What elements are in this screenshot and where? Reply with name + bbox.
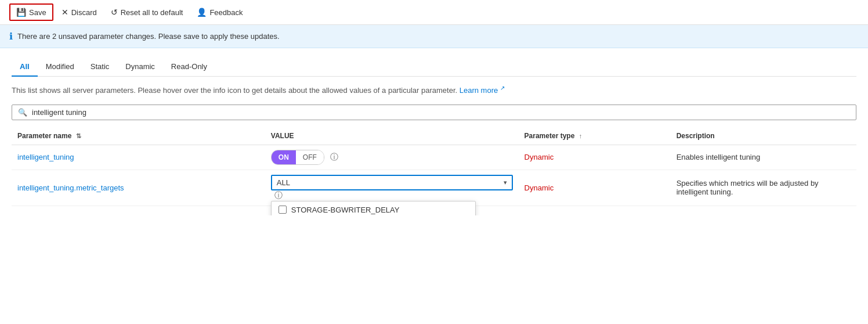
toolbar: 💾 Save ✕ Discard ↺ Reset all to default … <box>0 0 868 25</box>
discard-icon: ✕ <box>62 8 68 17</box>
param-type-cell: Dynamic <box>519 170 671 206</box>
toggle-on-label: ON <box>272 150 296 164</box>
col-header-type: Parameter type ↑ <box>519 127 671 145</box>
param-type-value: Dynamic <box>525 183 554 192</box>
reset-icon: ↺ <box>111 8 118 17</box>
feedback-label: Feedback <box>209 8 243 17</box>
info-circle-icon[interactable]: ⓘ <box>330 152 338 163</box>
discard-label: Discard <box>71 8 97 17</box>
sort-type-icon[interactable]: ↑ <box>579 132 583 139</box>
info-message: There are 2 unsaved parameter changes. P… <box>17 32 280 41</box>
tab-all[interactable]: All <box>12 57 38 77</box>
dropdown-value: ALL <box>277 178 290 187</box>
learn-more-link[interactable]: Learn more ↗ <box>460 86 505 95</box>
save-label: Save <box>29 8 46 17</box>
col-header-desc: Description <box>671 127 856 145</box>
search-icon: 🔍 <box>18 108 27 117</box>
checkbox-bgwriter[interactable] <box>279 206 287 214</box>
feedback-icon: 👤 <box>197 8 207 17</box>
learn-more-label: Learn more <box>460 86 498 95</box>
main-content: All Modified Static Dynamic Read-Only Th… <box>0 48 868 215</box>
search-input[interactable] <box>32 108 850 117</box>
dropdown-container: ALL ▾ ⓘ STORAGE-BGWRITER_DELAY <box>271 175 513 201</box>
save-icon: 💾 <box>16 8 26 17</box>
tab-modified[interactable]: Modified <box>38 57 82 77</box>
parameters-table: Parameter name ⇅ VALUE Parameter type ↑ … <box>12 127 856 206</box>
param-link-metric-targets[interactable]: intelligent_tuning.metric_targets <box>17 183 124 192</box>
col-header-value: VALUE <box>265 127 519 145</box>
param-type-cell: Dynamic <box>519 145 671 170</box>
reset-label: Reset all to default <box>121 8 183 17</box>
discard-button[interactable]: ✕ Discard <box>56 5 103 20</box>
param-name-cell: intelligent_tuning.metric_targets <box>12 170 265 206</box>
info-circle-icon-2[interactable]: ⓘ <box>274 190 283 200</box>
dropdown-item-label: STORAGE-BGWRITER_DELAY <box>291 206 400 214</box>
info-icon: ℹ <box>9 31 13 42</box>
param-desc-cell: Specifies which metrics will be adjusted… <box>671 170 856 206</box>
feedback-button[interactable]: 👤 Feedback <box>191 5 248 20</box>
tab-dynamic[interactable]: Dynamic <box>117 57 163 77</box>
toggle-off-label: OFF <box>296 150 324 164</box>
param-value-cell: ALL ▾ ⓘ STORAGE-BGWRITER_DELAY <box>265 170 519 206</box>
param-value-cell: ON OFF ⓘ <box>265 145 519 170</box>
param-description: Specifies which metrics will be adjusted… <box>677 179 819 196</box>
description-content: This list shows all server parameters. P… <box>12 86 457 95</box>
param-type-value: Dynamic <box>525 153 554 161</box>
tab-readonly[interactable]: Read-Only <box>163 57 215 77</box>
tab-static[interactable]: Static <box>82 57 118 77</box>
table-row: intelligent_tuning ON OFF ⓘ Dynamic En <box>12 145 856 170</box>
dropdown-item-bgwriter[interactable]: STORAGE-BGWRITER_DELAY <box>272 201 475 215</box>
description-text: This list shows all server parameters. P… <box>12 84 856 96</box>
col-header-name: Parameter name ⇅ <box>12 127 265 145</box>
param-description: Enables intelligent tuning <box>677 153 761 161</box>
table-row: intelligent_tuning.metric_targets ALL ▾ … <box>12 170 856 206</box>
search-bar: 🔍 <box>12 105 856 120</box>
param-link-intelligent-tuning[interactable]: intelligent_tuning <box>17 153 74 161</box>
tabs-container: All Modified Static Dynamic Read-Only <box>12 57 856 77</box>
sort-name-icon[interactable]: ⇅ <box>76 132 81 139</box>
dropdown-select[interactable]: ALL ▾ <box>271 175 513 190</box>
reset-button[interactable]: ↺ Reset all to default <box>105 5 189 20</box>
toggle-container: ON OFF ⓘ <box>271 150 513 165</box>
toggle-switch[interactable]: ON OFF <box>271 150 324 165</box>
save-button[interactable]: 💾 Save <box>9 3 53 21</box>
chevron-down-icon: ▾ <box>504 179 507 186</box>
external-link-icon: ↗ <box>500 85 505 91</box>
param-desc-cell: Enables intelligent tuning <box>671 145 856 170</box>
dropdown-menu: STORAGE-BGWRITER_DELAY STORAGE-CHECKPOIN… <box>271 201 476 215</box>
param-name-cell: intelligent_tuning <box>12 145 265 170</box>
info-bar: ℹ There are 2 unsaved parameter changes.… <box>0 25 868 48</box>
